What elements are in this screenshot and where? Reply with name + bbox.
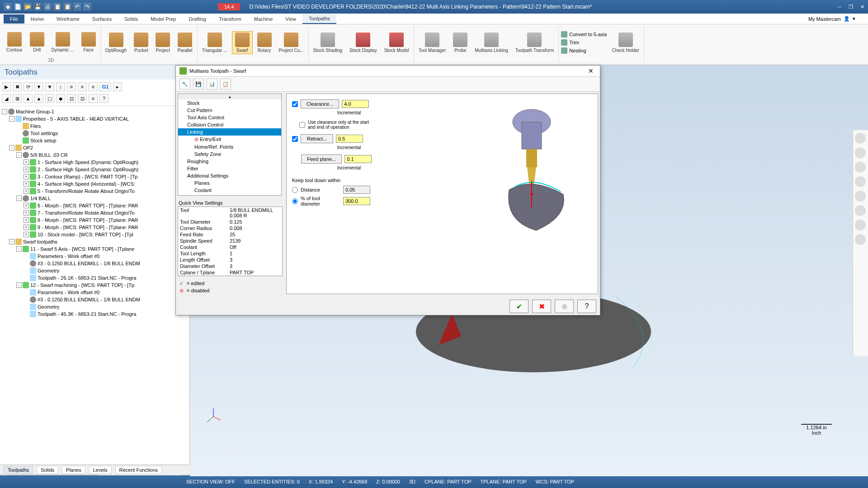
param-node[interactable]: Filter bbox=[178, 165, 281, 172]
param-node[interactable]: Stock bbox=[178, 99, 281, 107]
tree-node[interactable]: Geometry bbox=[2, 267, 188, 274]
pct-radio[interactable] bbox=[292, 198, 298, 204]
btab-recent[interactable]: Recent Functions bbox=[115, 466, 162, 474]
rs-icon-3[interactable] bbox=[855, 162, 866, 173]
tree-node[interactable]: -Swarf toolpaths bbox=[2, 238, 188, 245]
undo-icon[interactable]: ↶ bbox=[73, 3, 81, 11]
tree-node[interactable]: #3 - 0.1250 BULL ENDMILL - 1/8 BULL ENDM bbox=[2, 260, 188, 267]
new-icon[interactable]: 📄 bbox=[14, 3, 22, 11]
tab-wireframe[interactable]: Wireframe bbox=[50, 14, 86, 23]
tab-transform[interactable]: Transform bbox=[212, 14, 248, 23]
pocket-button[interactable]: Pocket bbox=[131, 32, 151, 54]
help-button[interactable]: ? bbox=[577, 300, 596, 313]
tree-node[interactable]: Toolpath - 26.1K - 6853-21 Start.NC - Pr… bbox=[2, 274, 188, 282]
triangular-button[interactable]: Triangular ... bbox=[199, 32, 230, 54]
param-node[interactable]: Linking bbox=[178, 128, 281, 136]
tool-icon-11[interactable]: ◢ bbox=[2, 94, 11, 103]
tool-icon-15[interactable]: ▢ bbox=[45, 94, 54, 103]
tool-icon-7[interactable]: ≡ bbox=[67, 82, 76, 91]
stock-model-button[interactable]: Stock Model bbox=[382, 32, 412, 54]
nesting-button[interactable]: Nesting bbox=[561, 47, 607, 54]
tree-node[interactable]: Parameters - Work offset #0 bbox=[2, 289, 188, 296]
tree-node[interactable]: Stock setup bbox=[2, 137, 188, 144]
redo-icon[interactable]: ↷ bbox=[83, 3, 91, 11]
parallel-button[interactable]: Parallel bbox=[175, 32, 195, 54]
tab-toolpaths[interactable]: Toolpaths bbox=[302, 14, 336, 24]
btab-solids[interactable]: Solids bbox=[37, 466, 58, 474]
close-button[interactable]: ✕ bbox=[860, 4, 864, 10]
rs-icon-8[interactable] bbox=[855, 234, 866, 245]
copy-icon[interactable]: 📋 bbox=[53, 3, 61, 11]
save-icon[interactable]: 💾 bbox=[33, 3, 42, 11]
contour-button[interactable]: Contour bbox=[4, 31, 25, 53]
tab-drafting[interactable]: Drafting bbox=[182, 14, 212, 23]
distance-input[interactable] bbox=[343, 186, 370, 194]
tool-icon-18[interactable]: ⊡ bbox=[78, 94, 87, 103]
param-node[interactable]: Planes bbox=[178, 179, 281, 187]
project-button[interactable]: Project bbox=[153, 32, 173, 54]
tree-node[interactable]: Parameters - Work offset #0 bbox=[2, 253, 188, 260]
tool-icon-19[interactable]: ≡ bbox=[89, 94, 98, 103]
tab-machine[interactable]: Machine bbox=[248, 14, 279, 23]
rs-icon-2[interactable] bbox=[855, 147, 866, 158]
tab-view[interactable]: View bbox=[279, 14, 302, 23]
tree-node[interactable]: Tool settings bbox=[2, 130, 188, 137]
check-holder-button[interactable]: Check Holder bbox=[609, 32, 642, 54]
regen-icon[interactable]: ⟳ bbox=[24, 82, 33, 91]
tool-icon-6[interactable]: ↕ bbox=[56, 82, 65, 91]
tree-node[interactable]: -Machine Group-1 bbox=[2, 108, 188, 115]
status-cplane[interactable]: CPLANE: PART TOP bbox=[425, 479, 472, 484]
pct-input[interactable] bbox=[343, 197, 370, 205]
dialog-close-button[interactable]: ✕ bbox=[585, 67, 596, 75]
tool-icon-17[interactable]: ⊡ bbox=[67, 94, 76, 103]
tree-node[interactable]: Toolpath - 45.3K - 6853-21 Start.NC - Pr… bbox=[2, 310, 188, 318]
face-button[interactable]: Face bbox=[79, 31, 99, 53]
status-section[interactable]: SECTION VIEW: OFF bbox=[186, 479, 235, 484]
tool-icon-10[interactable]: ▸ bbox=[113, 82, 122, 91]
dialog-tool-4[interactable]: 📋 bbox=[220, 79, 231, 89]
dialog-tool-1[interactable]: 🔧 bbox=[179, 79, 190, 89]
tree-node[interactable]: -Properties - 5 - AXIS TABLE - HEAD VERT… bbox=[2, 115, 188, 122]
rs-icon-4[interactable] bbox=[855, 176, 866, 187]
select-icon[interactable]: ▶ bbox=[2, 82, 11, 91]
feedplane-input[interactable] bbox=[344, 155, 372, 163]
dynamic-button[interactable]: Dynamic ... bbox=[49, 31, 77, 53]
param-node[interactable]: Roughing bbox=[178, 158, 281, 165]
projectcu-button[interactable]: Project Cu... bbox=[276, 32, 307, 54]
trim-button[interactable]: Trim bbox=[561, 39, 607, 46]
tool-icon-20[interactable]: ? bbox=[99, 94, 108, 103]
tree-node[interactable]: +5 - Transform/Rotate Rotate About Origi… bbox=[2, 188, 188, 195]
tree-node[interactable]: -5/8 BULL .03 CR bbox=[2, 151, 188, 159]
clearance-input[interactable] bbox=[342, 100, 369, 108]
operations-tree[interactable]: -Machine Group-1-Properties - 5 - AXIS T… bbox=[0, 106, 189, 462]
tool-icon-5[interactable]: ▼ bbox=[45, 82, 54, 91]
tree-node[interactable]: -11 - Swarf 5 Axis - [WCS: PART TOP] - [… bbox=[2, 245, 188, 253]
drill-button[interactable]: Drill bbox=[27, 31, 47, 53]
feedplane-button[interactable]: Feed plane... bbox=[301, 155, 342, 164]
status-wcs[interactable]: WCS: PART TOP bbox=[536, 479, 574, 484]
ok-button[interactable]: ✔ bbox=[509, 300, 528, 313]
tree-node[interactable]: #3 - 0.1250 BULL ENDMILL - 1/8 BULL ENDM bbox=[2, 296, 188, 303]
btab-planes[interactable]: Planes bbox=[62, 466, 85, 474]
tree-node[interactable]: +8 - Morph - [WCS: PART TOP] - [Tplane: … bbox=[2, 216, 188, 224]
dialog-tool-3[interactable]: 📊 bbox=[207, 79, 217, 89]
tab-surfaces[interactable]: Surfaces bbox=[86, 14, 118, 23]
clearance-button[interactable]: Clearance... bbox=[301, 99, 339, 108]
tool-icon-12[interactable]: ⊞ bbox=[13, 94, 22, 103]
rs-icon-5[interactable] bbox=[855, 191, 866, 202]
cancel-button[interactable]: ✖ bbox=[532, 300, 551, 313]
optirough-button[interactable]: OptiRough bbox=[103, 32, 130, 54]
tab-file[interactable]: File bbox=[4, 14, 24, 23]
rs-icon-6[interactable] bbox=[855, 205, 866, 216]
tool-icon-9[interactable]: ≡ bbox=[89, 82, 98, 91]
tree-node[interactable]: +4 - Surface High Speed (Horizontal) - [… bbox=[2, 180, 188, 188]
stock-display-button[interactable]: Stock Display bbox=[347, 32, 380, 54]
tree-node[interactable]: +3 - Contour (Ramp) - [WCS: PART TOP] - … bbox=[2, 173, 188, 180]
tree-node[interactable]: +7 - Transform/Rotate Rotate About Origi… bbox=[2, 209, 188, 216]
rs-icon-1[interactable] bbox=[855, 133, 866, 144]
rs-icon-7[interactable] bbox=[855, 220, 866, 230]
btab-toolpaths[interactable]: Toolpaths bbox=[4, 466, 33, 474]
param-node[interactable]: Coolant bbox=[178, 187, 281, 194]
tool-icon-16[interactable]: ◆ bbox=[56, 94, 65, 103]
tree-node[interactable]: +6 - Morph - [WCS: PART TOP] - [Tplane: … bbox=[2, 202, 188, 209]
